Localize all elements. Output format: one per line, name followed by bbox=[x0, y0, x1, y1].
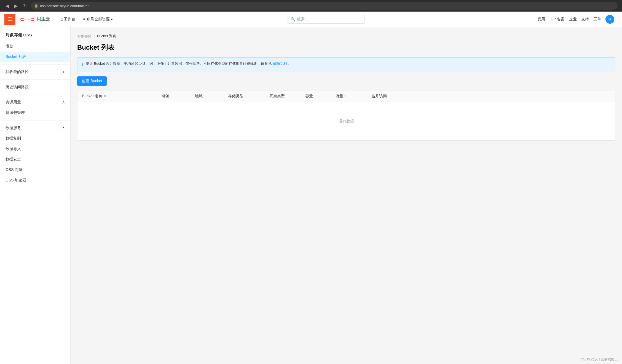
breadcrumb-current: Bucket 列表 bbox=[97, 34, 116, 39]
sidebar-item-history[interactable]: 历史访问路径 bbox=[0, 82, 70, 92]
nav-ticket[interactable]: 工单 bbox=[593, 17, 601, 22]
page-title: Bucket 列表 bbox=[77, 43, 615, 52]
nav-fees[interactable]: 费用 bbox=[537, 17, 545, 22]
resource-pkg-label: 资源包管理 bbox=[6, 110, 25, 115]
main-content: 对象存储 / Bucket 列表 Bucket 列表 ℹ 统计 Bucket 合… bbox=[71, 27, 622, 364]
account-icon: ≡ bbox=[83, 17, 85, 22]
th-traffic: 流量 ? bbox=[331, 90, 367, 102]
nav-account[interactable]: ≡ 账号全部资源 ▾ bbox=[80, 12, 116, 27]
overview-label: 概览 bbox=[6, 44, 13, 49]
history-label: 历史访问路径 bbox=[6, 85, 29, 90]
search-icon: 🔍 bbox=[291, 17, 295, 22]
th-redundancy-type: 冗余类型 bbox=[265, 90, 301, 102]
oss-ddos-label: OSS 高防 bbox=[6, 167, 22, 172]
lock-icon: 🔒 bbox=[34, 4, 38, 8]
sidebar-item-bucket-list[interactable]: Bucket 列表 bbox=[0, 52, 70, 62]
back-button[interactable]: ◀ bbox=[4, 3, 10, 9]
sidebar-title: 对象存储 OSS bbox=[0, 27, 70, 41]
search-box[interactable]: 🔍 搜索... bbox=[288, 15, 365, 24]
hamburger-icon: ☰ bbox=[8, 16, 12, 22]
sidebar-item-data-import[interactable]: 数据导入 bbox=[0, 144, 70, 154]
bucket-table: Bucket 名称 ⇅ 标签 地域 存储类型 冗余类型 容量 bbox=[77, 90, 615, 141]
account-dropdown-icon: ▾ bbox=[111, 17, 113, 22]
data-services-label: 数据服务 bbox=[6, 125, 21, 130]
logo-text: 阿里云 bbox=[37, 16, 50, 22]
nav-links: ⌂ 工作台 ≡ 账号全部资源 ▾ bbox=[55, 12, 118, 27]
favorites-label: 我收藏的路径 bbox=[6, 69, 29, 74]
th-traffic-label: 流量 bbox=[336, 94, 343, 99]
logo-icon: ⊂—⊃ bbox=[20, 16, 35, 23]
info-icon: ℹ bbox=[82, 61, 84, 68]
th-bucket-name: Bucket 名称 ⇅ bbox=[77, 90, 157, 102]
address-bar[interactable]: 🔒 oss.console.aliyun.com/bucket bbox=[31, 2, 618, 10]
forward-button[interactable]: ▶ bbox=[13, 3, 19, 9]
workbench-icon: ⌂ bbox=[60, 17, 63, 22]
help-docs-link[interactable]: 帮助文档 bbox=[273, 61, 287, 66]
data-security-label: 数据安全 bbox=[6, 157, 21, 162]
sidebar-resources-header[interactable]: 资源用量 ∧ bbox=[0, 97, 70, 108]
table-empty-state: 没有数据 bbox=[77, 102, 615, 140]
sidebar-collapse-button[interactable]: ◀ bbox=[67, 192, 71, 199]
workbench-label: 工作台 bbox=[64, 17, 75, 22]
browser-chrome: ◀ ▶ ↻ 🔒 oss.console.aliyun.com/bucket bbox=[0, 0, 622, 12]
th-region-label: 地域 bbox=[195, 94, 203, 99]
sidebar-item-data-security[interactable]: 数据安全 bbox=[0, 154, 70, 165]
sidebar-item-data-replication[interactable]: 数据复制 bbox=[0, 133, 70, 144]
th-capacity: 容量 bbox=[301, 90, 331, 102]
sidebar-item-oss-ddos[interactable]: OSS 高防 bbox=[0, 165, 70, 175]
url-text: oss.console.aliyun.com/bucket bbox=[40, 4, 89, 8]
th-bucket-name-label: Bucket 名称 bbox=[82, 94, 103, 99]
nav-enterprise[interactable]: 企业 bbox=[569, 17, 577, 22]
nav-workbench[interactable]: ⌂ 工作台 bbox=[57, 12, 79, 27]
nav-support[interactable]: 支持 bbox=[581, 17, 589, 22]
app-layout: 对象存储 OSS 概览 Bucket 列表 我收藏的路径 + 历史访问路径 资源… bbox=[0, 27, 622, 364]
th-monthly-access-label: 当月访问 bbox=[371, 94, 387, 99]
breadcrumb: 对象存储 / Bucket 列表 bbox=[77, 34, 615, 39]
th-tag-label: 标签 bbox=[162, 94, 170, 99]
footer-attribution: CSDN @汉子座的农民工 bbox=[581, 357, 618, 362]
th-storage-type: 存储类型 bbox=[224, 90, 265, 102]
info-link-suffix: 。 bbox=[288, 61, 292, 66]
divider-3 bbox=[0, 95, 70, 95]
traffic-help-icon[interactable]: ? bbox=[344, 94, 346, 98]
th-storage-type-label: 存储类型 bbox=[228, 94, 243, 99]
info-banner-text: 统计 Bucket 合计数据，平均延迟 1~3 小时。不作为计量数据，仅作参考。… bbox=[86, 61, 292, 67]
resources-collapse-icon: ∧ bbox=[62, 100, 65, 105]
resources-label: 资源用量 bbox=[6, 100, 21, 105]
logo-area: ⊂—⊃ 阿里云 bbox=[15, 12, 55, 27]
breadcrumb-separator: / bbox=[94, 34, 95, 38]
th-monthly-access: 当月访问 bbox=[367, 90, 615, 102]
table-header: Bucket 名称 ⇅ 标签 地域 存储类型 冗余类型 容量 bbox=[77, 90, 615, 102]
sort-icon-bucket-name[interactable]: ⇅ bbox=[104, 94, 106, 98]
user-avatar[interactable]: Ie bbox=[605, 15, 614, 24]
th-capacity-label: 容量 bbox=[305, 94, 313, 99]
info-text-content: 统计 Bucket 合计数据，平均延迟 1~3 小时。不作为计量数据，仅作参考。… bbox=[86, 61, 272, 66]
sidebar-item-resource-pkg[interactable]: 资源包管理 bbox=[0, 108, 70, 118]
data-services-collapse-icon: ∧ bbox=[62, 126, 65, 130]
th-tag: 标签 bbox=[157, 90, 191, 102]
refresh-button[interactable]: ↻ bbox=[22, 3, 28, 9]
sidebar-item-oss-accelerator[interactable]: OSS 加速器 bbox=[0, 175, 70, 186]
top-nav: ☰ ⊂—⊃ 阿里云 ⌂ 工作台 ≡ 账号全部资源 ▾ 🔍 搜索... 费用 IC… bbox=[0, 12, 622, 27]
oss-accelerator-label: OSS 加速器 bbox=[6, 178, 26, 183]
empty-text: 没有数据 bbox=[339, 119, 354, 123]
footer-text: CSDN @汉子座的农民工 bbox=[581, 357, 618, 361]
user-initials: Ie bbox=[608, 17, 612, 21]
create-bucket-button[interactable]: 创建 Bucket bbox=[77, 76, 107, 86]
sidebar: 对象存储 OSS 概览 Bucket 列表 我收藏的路径 + 历史访问路径 资源… bbox=[0, 27, 71, 364]
favorites-add-icon[interactable]: + bbox=[63, 70, 65, 74]
account-label: 账号全部资源 bbox=[87, 17, 110, 22]
sidebar-favorites[interactable]: 我收藏的路径 + bbox=[0, 67, 70, 77]
nav-icp[interactable]: ICP 备案 bbox=[549, 17, 565, 22]
th-region: 地域 bbox=[191, 90, 224, 102]
hamburger-button[interactable]: ☰ bbox=[4, 14, 15, 25]
data-replication-label: 数据复制 bbox=[6, 136, 21, 141]
sidebar-data-services-header[interactable]: 数据服务 ∧ bbox=[0, 123, 70, 133]
data-import-label: 数据导入 bbox=[6, 146, 21, 151]
bucket-list-label: Bucket 列表 bbox=[6, 54, 26, 59]
sidebar-item-overview[interactable]: 概览 bbox=[0, 41, 70, 52]
breadcrumb-root[interactable]: 对象存储 bbox=[77, 34, 92, 39]
divider-2 bbox=[0, 79, 70, 80]
nav-search-area: 🔍 搜索... bbox=[118, 15, 534, 24]
info-banner: ℹ 统计 Bucket 合计数据，平均延迟 1~3 小时。不作为计量数据，仅作参… bbox=[77, 57, 615, 72]
